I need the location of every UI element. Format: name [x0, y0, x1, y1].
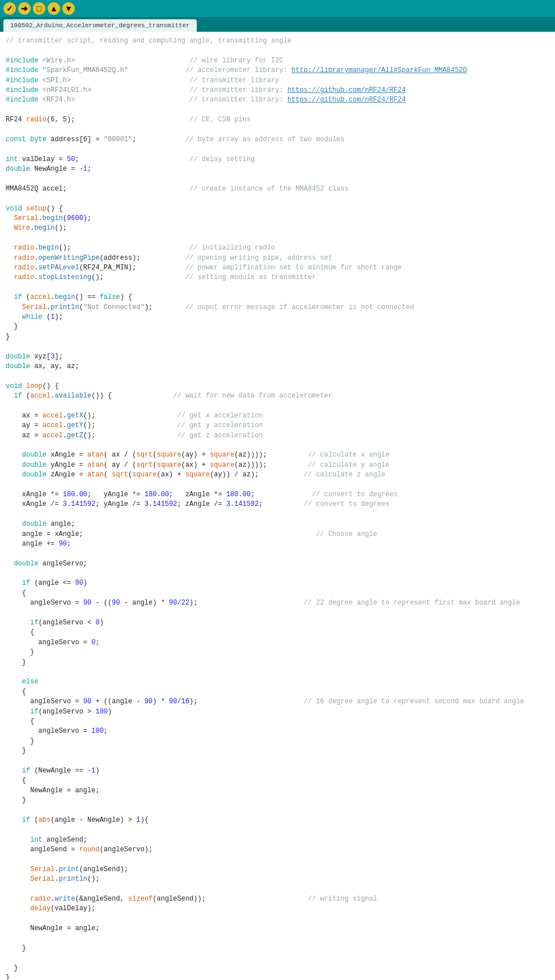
open-button[interactable]: ▲ — [48, 2, 60, 15]
upload-button[interactable]: ➔ — [18, 2, 31, 15]
save-button[interactable]: ▼ — [62, 2, 75, 15]
verify-button[interactable]: ✓ — [3, 2, 16, 15]
toolbar: ✓ ➔ □ ▲ ▼ — [0, 0, 555, 17]
new-button[interactable]: □ — [33, 2, 45, 15]
file-tab[interactable]: 190502_Arduino_Accelerometer_degrees_tra… — [3, 19, 197, 32]
code-editor[interactable]: // transmitter script, reading and compu… — [0, 32, 555, 980]
tab-label: 190502_Arduino_Accelerometer_degrees_tra… — [10, 22, 190, 29]
tab-bar: 190502_Arduino_Accelerometer_degrees_tra… — [0, 17, 555, 32]
